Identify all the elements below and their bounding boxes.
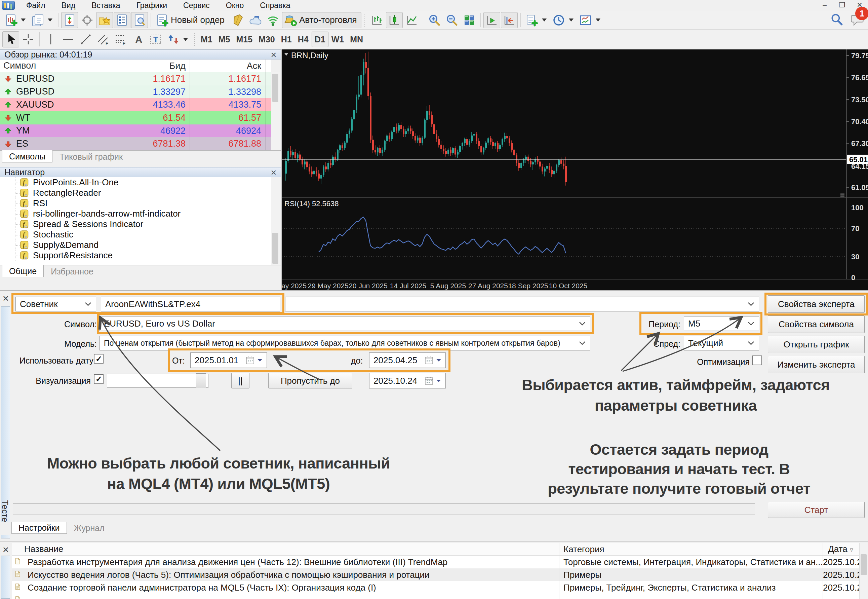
toolbar-handle[interactable] (364, 13, 366, 27)
market-watch-tab-Тиковый график[interactable]: Тиковый график (53, 151, 130, 163)
articles-scrollbar[interactable] (859, 543, 868, 599)
navigator-tab-Избранное[interactable]: Избранное (44, 265, 101, 277)
column-bid[interactable]: Бид (114, 60, 190, 72)
data-window-button[interactable] (79, 12, 96, 28)
visualization-checkbox[interactable]: ✓ (94, 374, 104, 384)
menu-Вид[interactable]: Вид (53, 0, 84, 11)
to-date-field[interactable]: 2025.04.25 (369, 352, 446, 368)
spread-combo[interactable]: Текущий (684, 336, 759, 351)
column-category[interactable]: Категория (559, 543, 823, 555)
start-button[interactable]: Старт (768, 502, 865, 518)
restore-icon[interactable]: ❐ (836, 1, 848, 9)
advisor-file-field[interactable]: AroonEAWithSL&TP.ex4 (101, 296, 280, 312)
dropdown-arrow-icon[interactable] (21, 18, 26, 21)
timeframe-M1[interactable]: M1 (198, 32, 215, 47)
close-icon[interactable]: ✕ (2, 294, 10, 303)
close-icon[interactable]: ✕ (2, 546, 10, 554)
chart-plus-button[interactable] (2, 12, 29, 28)
navigator-item[interactable]: fStochastic (0, 229, 271, 240)
article-row[interactable]: Искусство ведения логов (Часть 5): Оптим… (12, 568, 859, 581)
period-combo[interactable]: M5 (684, 316, 759, 331)
price-chart[interactable]: 79.7576.6573.5070.4067.3061.0565.0164.15… (282, 50, 868, 290)
navigator-item[interactable]: fSpread & Sessions Indicator (0, 219, 271, 229)
channel-button[interactable]: E (95, 31, 112, 47)
pause-button[interactable]: || (231, 373, 249, 388)
dropdown-arrow-icon[interactable] (569, 18, 574, 21)
new-chart-button[interactable] (523, 12, 550, 28)
column-date[interactable]: Дата ▿ (823, 542, 857, 556)
menu-Справка[interactable]: Справка (252, 0, 298, 11)
label-t-button[interactable]: T (147, 31, 164, 47)
column-ask[interactable]: Аск (190, 60, 266, 72)
navigator-item[interactable]: fPivotPoints.All-In-One (0, 177, 271, 188)
auto-scroll-button[interactable] (484, 12, 500, 28)
hline-button[interactable] (60, 31, 77, 47)
navigator-tab-Общие[interactable]: Общие (2, 265, 44, 277)
zoom-out-button[interactable] (443, 12, 460, 28)
advisor-params-combo[interactable] (285, 296, 759, 312)
zoom-in-button[interactable] (426, 12, 443, 28)
chart-line-button[interactable] (403, 12, 420, 28)
dropdown-arrow-icon[interactable] (183, 38, 188, 41)
modify-expert-button[interactable]: Изменить эксперта (768, 356, 865, 373)
menu-Файл[interactable]: Файл (18, 0, 53, 11)
visualization-slider[interactable] (107, 374, 209, 388)
timeframe-M15[interactable]: M15 (233, 32, 255, 47)
text-a-button[interactable]: A (130, 31, 147, 47)
toolbar-handle[interactable] (193, 32, 196, 47)
open-chart-button[interactable]: Открыть график (768, 336, 865, 353)
menu-Графики[interactable]: Графики (128, 0, 175, 11)
skip-to-button[interactable]: Пропустить до (268, 373, 352, 388)
expert-properties-button[interactable]: Свойства эксперта (768, 295, 865, 313)
notifications-icon[interactable]: 1 (850, 12, 865, 28)
article-row[interactable]: Разработка инструментария для анализа дв… (12, 555, 859, 568)
timeframe-M30[interactable]: M30 (255, 32, 278, 47)
close-icon[interactable]: ✕ (269, 168, 278, 178)
dropdown-arrow-icon[interactable] (542, 18, 547, 21)
slider-thumb[interactable] (196, 373, 206, 388)
chart-candles-button[interactable] (386, 12, 403, 28)
navigator-scrollbar[interactable] (271, 177, 280, 265)
navigator-button[interactable] (96, 12, 113, 28)
indicators-list-button[interactable] (577, 12, 604, 28)
chart-bars-button[interactable] (368, 12, 385, 28)
market-watch-scrollbar[interactable] (271, 72, 280, 151)
navigator-item[interactable]: fRSI (0, 198, 271, 209)
optimization-checkbox[interactable] (752, 355, 762, 365)
chart-shift-button[interactable] (501, 12, 518, 28)
timeframe-M5[interactable]: M5 (215, 32, 233, 47)
tester-tab-Журнал[interactable]: Журнал (67, 522, 112, 534)
periods-button[interactable] (550, 12, 577, 28)
timeframe-MN[interactable]: MN (347, 32, 366, 47)
fibo-button[interactable]: F (112, 31, 129, 47)
column-name[interactable]: Название (12, 543, 559, 555)
strategy-tester-button[interactable] (131, 12, 148, 28)
symbol-combo[interactable]: EURUSD, Euro vs US Dollar (99, 316, 590, 331)
timeframe-D1[interactable]: D1 (312, 32, 329, 47)
minimize-icon[interactable]: – (818, 1, 831, 9)
menu-Вставка[interactable]: Вставка (83, 0, 128, 11)
crosshair-button[interactable] (20, 31, 37, 47)
tile-windows-button[interactable] (461, 12, 478, 28)
close-icon[interactable]: ✕ (269, 50, 278, 60)
dropdown-arrow-icon[interactable] (596, 18, 601, 21)
article-row[interactable]: Создание торговой панели администратора … (12, 581, 859, 594)
timeframe-W1[interactable]: W1 (329, 32, 347, 47)
chart-area[interactable]: 79.7576.6573.5070.4067.3061.0565.0164.15… (282, 50, 868, 290)
symbol-row-ES[interactable]: ES6781.386781.88 (0, 137, 271, 151)
column-symbol[interactable]: Символ (0, 60, 114, 72)
from-date-field[interactable]: 2025.01.01 (190, 352, 267, 368)
autotrade-button[interactable]: Авто-торговля (282, 12, 361, 28)
search-icon[interactable] (830, 12, 844, 28)
navigator-item[interactable]: fSupport&Resistance (0, 250, 271, 260)
vline-button[interactable] (42, 31, 59, 47)
mql5-cloud-button[interactable] (247, 12, 264, 28)
market-watch-tab-Символы[interactable]: Символы (2, 151, 53, 163)
symbol-row-GBPUSD[interactable]: GBPUSD1.332971.33298 (0, 86, 271, 99)
new-order-button[interactable]: Новый ордер (154, 12, 229, 28)
profiles-button[interactable] (29, 12, 56, 28)
symbol-row-YM[interactable]: YM4692246924 (0, 125, 271, 138)
skip-to-date-field[interactable]: 2025.10.24 (369, 373, 446, 388)
market-watch-button[interactable] (61, 12, 78, 28)
article-row[interactable] (12, 594, 859, 599)
